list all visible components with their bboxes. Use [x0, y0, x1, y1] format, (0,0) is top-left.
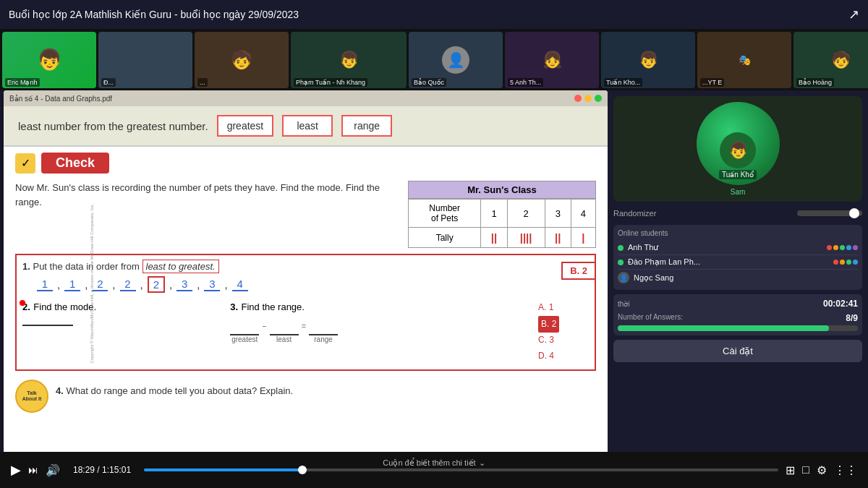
user-circle: 👦 Tuấn Khổ [697, 102, 780, 185]
questions-box: 1. Put the data in order from least to g… [15, 254, 596, 371]
range-box: range [341, 115, 392, 137]
q3-minus: − [262, 322, 266, 330]
randomizer-bar[interactable] [797, 210, 862, 216]
q3-label-num: 3. [230, 301, 238, 312]
q3-range-blank [309, 324, 338, 335]
red-dot-indicator [20, 300, 25, 306]
progress-dot[interactable] [298, 466, 307, 474]
q2-text: Find the mode. [33, 301, 96, 312]
tally-3: || [545, 228, 571, 248]
online-students-panel: Online students Anh Thư Đào Phạm Lan Ph.… [613, 225, 862, 290]
participant-name: ...YT E [700, 78, 724, 87]
fullscreen-icon[interactable]: ⊞ [786, 463, 795, 477]
minimize-button[interactable] [584, 95, 592, 102]
user-circle-panel: 👦 Tuấn Khổ Sam [613, 96, 862, 202]
maximize-button[interactable] [595, 95, 602, 102]
share-icon[interactable]: ↗ [848, 7, 859, 22]
right-sidebar: 👦 Tuấn Khổ Sam Randomizer Online student… [608, 90, 868, 452]
question-3: 3. Find the range. greatest − least = [230, 300, 531, 343]
page-title: Buổi học lớp 2A Mathlish Kiến Guru - buổ… [9, 9, 299, 20]
least-box: least [282, 115, 333, 137]
cdot [840, 260, 845, 265]
close-button[interactable] [574, 95, 582, 102]
window-controls[interactable] [574, 95, 602, 102]
student-name: Anh Thư [628, 243, 822, 252]
question-2: 2. Find the mode. [22, 300, 223, 326]
participant-name: Phạm Tuấn - Nh Khang [294, 78, 367, 87]
choice-d: D. 4 [538, 348, 589, 364]
table-col-3: 3 [545, 200, 571, 228]
student-row: Đào Phạm Lan Ph... [618, 255, 858, 270]
doc-title: Bản số 4 - Data and Graphs.pdf [9, 95, 112, 103]
cdot [827, 245, 832, 250]
participant-tile[interactable]: Đ... [98, 32, 192, 88]
doc-top-strip: least number from the greatest number. g… [4, 106, 608, 147]
table-tally-label: Tally [409, 228, 481, 248]
randomizer-label: Randomizer [613, 209, 656, 218]
num-4: 2 [120, 278, 136, 291]
comma-3: , [112, 278, 115, 291]
bottom-bar: ▶ ⏭ 🔊 18:29 / 1:15:01 ⊞ □ ⚙ ⋮⋮ Cuộn để b… [0, 452, 868, 488]
comma-1: , [57, 278, 60, 291]
table-col-4: 4 [571, 200, 595, 228]
answer-b2: B. 2 [561, 262, 596, 280]
num-6: 3 [176, 278, 192, 291]
student-name: Đào Phạm Lan Ph... [628, 257, 829, 267]
student-color-dots [827, 245, 858, 250]
q3-text: Find the range. [242, 301, 305, 312]
doc-titlebar: Bản số 4 - Data and Graphs.pdf [4, 90, 608, 106]
participant-tile[interactable]: 👦 Eric Mạnh [2, 32, 96, 88]
q3-formula: greatest − least = range [230, 322, 531, 343]
bottom-center-text: Cuộn để biết thêm chi tiết ⌄ [383, 458, 485, 468]
time-display: 18:29 / 1:15:01 [73, 465, 131, 475]
randomizer-row: Randomizer [613, 206, 862, 221]
participant-tile[interactable]: 🧒 Bảo Hoàng [793, 32, 868, 88]
participant-tile[interactable]: 🎭 ...YT E [697, 32, 791, 88]
subtitles-icon[interactable]: □ [802, 463, 809, 477]
participant-name: Eric Mạnh [5, 78, 40, 87]
play-button[interactable]: ▶ [11, 462, 21, 478]
q2-q3-row: 2. Find the mode. 3. Find the range. gre… [22, 300, 589, 364]
student-dot [618, 260, 624, 265]
cdot [853, 245, 858, 250]
randomizer-thumb[interactable] [849, 208, 859, 218]
sun-table-title: Mr. Sun's Class [408, 181, 596, 199]
participant-tile[interactable]: 👧 5 Anh Th... [505, 32, 599, 88]
right-controls: ⊞ □ ⚙ ⋮⋮ [786, 463, 857, 477]
comma-6: , [197, 278, 200, 291]
student-icon: 👤 [618, 272, 629, 283]
settings-icon[interactable]: ⚙ [817, 463, 827, 477]
cdot [853, 260, 858, 265]
student-row: 👤 Ngọc Sang [618, 270, 858, 286]
table-col-1: 1 [481, 200, 507, 228]
choice-b-selected: B. 2 [538, 316, 559, 333]
q2-answer-line [22, 325, 73, 326]
choice-a: A. 1 [538, 300, 589, 316]
comma-5: , [169, 278, 172, 291]
num-8: 4 [232, 278, 248, 291]
participant-name: Bảo Hoàng [796, 78, 834, 87]
participant-tile[interactable]: 👦 Phạm Tuấn - Nh Khang [291, 32, 407, 88]
participant-tile[interactable]: 🧒 ... [195, 32, 289, 88]
caidat-button[interactable]: Cài đặt [613, 340, 862, 362]
q3-least-blank [270, 324, 299, 335]
q1-text: Put the data in order from [33, 261, 142, 272]
document-window: Bản số 4 - Data and Graphs.pdf least num… [4, 90, 608, 455]
tally-1: || [481, 228, 507, 248]
table-col-2: 2 [507, 200, 545, 228]
timer-value: 00:02:41 [823, 299, 858, 309]
volume-button[interactable]: 🔊 [46, 463, 60, 477]
copyright: Copyright © Macmillan/McGraw-Hill, a div… [90, 203, 94, 363]
participant-name: ... [197, 78, 208, 87]
next-button[interactable]: ⏭ [28, 464, 38, 476]
check-title: Check [41, 153, 109, 174]
comma-2: , [85, 278, 88, 291]
participant-tile[interactable]: 👦 Tuấn Kho... [601, 32, 695, 88]
student-name: Ngọc Sang [634, 273, 858, 283]
q3-equals: = [302, 322, 306, 330]
more-icon[interactable]: ⋮⋮ [834, 463, 857, 477]
q3-least-label: least [270, 335, 299, 343]
progress-bar[interactable] [144, 468, 778, 471]
check-text: Now Mr. Sun's class is recording the num… [15, 181, 396, 248]
participant-tile[interactable]: 👤 Bảo Quốc [409, 32, 503, 88]
